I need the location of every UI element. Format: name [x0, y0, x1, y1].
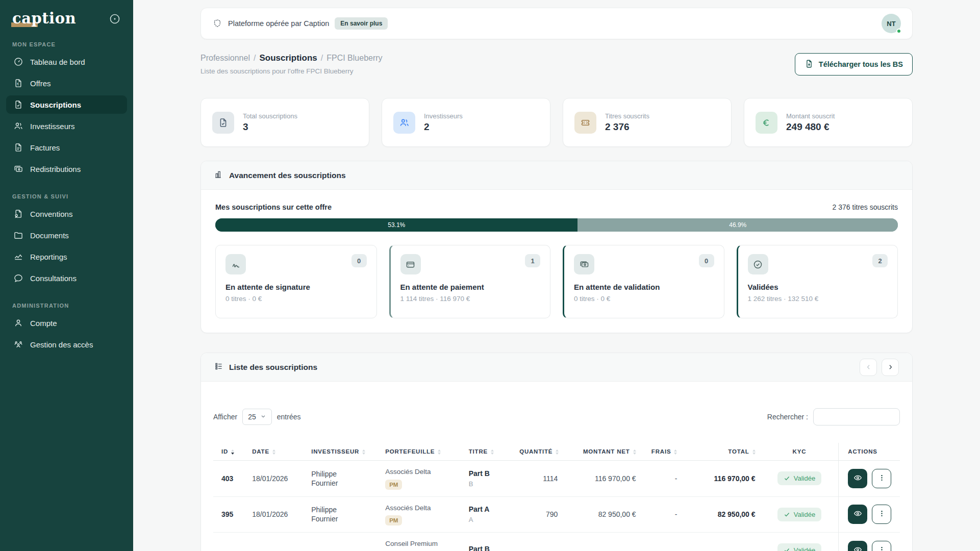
list-section-title: Liste des souscriptions	[229, 363, 317, 372]
status-card-validees[interactable]: 2 Validées 1 262 titres · 132 510 €	[737, 245, 898, 318]
status-card-validation[interactable]: 0 En attente de validation 0 titres · 0 …	[563, 245, 724, 318]
nav-section-gestion-suivi: GESTION & SUIVI	[12, 193, 121, 199]
sidebar-item-consultations[interactable]: Consultations	[6, 269, 127, 287]
kebab-icon	[877, 509, 887, 520]
stat-montant-souscrit: Montant souscrit 249 480 €	[744, 98, 913, 147]
user-avatar[interactable]: NT	[882, 14, 901, 33]
kyc-status-badge: Validée	[777, 543, 821, 551]
search-label: Rechercher :	[767, 413, 808, 421]
sidebar-item-souscriptions[interactable]: Souscriptions	[6, 95, 127, 114]
caption-logo: caption	[12, 11, 76, 26]
platform-message: Plateforme opérée par Caption	[228, 19, 329, 28]
chat-icon	[13, 273, 23, 284]
column-header-id[interactable]: ID	[213, 443, 247, 461]
sidebar-item-label: Gestion des accès	[30, 340, 93, 349]
column-header-date[interactable]: DATE	[247, 443, 306, 461]
status-count-badge: 2	[872, 254, 888, 267]
pagination-next-button[interactable]	[882, 359, 899, 376]
breadcrumb: Professionnel/Souscriptions/FPCI Blueber…	[200, 53, 383, 63]
page-size-select[interactable]: 25	[242, 409, 272, 425]
row-menu-button[interactable]	[872, 469, 891, 488]
breadcrumb-fpci-blueberry[interactable]: FPCI Blueberry	[326, 54, 382, 62]
sidebar-item-investisseurs[interactable]: Investisseurs	[6, 117, 127, 135]
table-header-row: ID DATE INVESTISSEUR PORTEFEUILLE TITRE …	[213, 443, 900, 461]
list-section: Liste des souscriptions Afficher 25	[200, 353, 913, 551]
column-header-frais[interactable]: FRAIS	[641, 443, 683, 461]
sidebar-item-label: Redistributions	[30, 165, 81, 173]
status-count-badge: 0	[351, 254, 367, 267]
pagination-prev-button[interactable]	[860, 359, 877, 376]
portfolio-tag: PM	[385, 480, 402, 490]
eye-icon	[853, 509, 863, 520]
online-status-dot	[896, 29, 901, 34]
portfolio-tag: PM	[385, 515, 402, 525]
sidebar-item-factures[interactable]: Factures	[6, 138, 127, 157]
column-header-investisseur[interactable]: INVESTISSEUR	[306, 443, 380, 461]
entries-label: entrées	[277, 413, 301, 421]
breadcrumb-professionnel[interactable]: Professionnel	[200, 54, 250, 62]
column-header-montant-net[interactable]: MONTANT NET	[563, 443, 641, 461]
document-seal-icon	[13, 209, 23, 219]
stat-value: 3	[243, 121, 297, 133]
chart-icon	[13, 252, 23, 262]
status-count-badge: 1	[525, 254, 540, 267]
sidebar-item-label: Documents	[30, 231, 69, 240]
sidebar-item-label: Consultations	[30, 274, 77, 283]
stat-value: 249 480 €	[786, 121, 835, 133]
sidebar-item-redistributions[interactable]: Redistributions	[6, 160, 127, 178]
svg-text:€: €	[17, 82, 19, 86]
kyc-status-badge: Validée	[777, 471, 821, 485]
bar-chart-icon	[214, 170, 223, 181]
sidebar-item-compte[interactable]: Compte	[6, 314, 127, 332]
stat-total-souscriptions: Total souscriptions 3	[200, 98, 369, 147]
sidebar-item-reportings[interactable]: Reportings	[6, 247, 127, 266]
sidebar-item-documents[interactable]: Documents	[6, 226, 127, 244]
sidebar-item-label: Factures	[30, 143, 60, 152]
column-header-titre[interactable]: TITRE	[464, 443, 514, 461]
view-button[interactable]	[848, 469, 867, 488]
kebab-icon	[877, 473, 887, 484]
view-button[interactable]	[848, 505, 867, 524]
column-header-total[interactable]: TOTAL	[682, 443, 760, 461]
sidebar-item-tableau-de-bord[interactable]: Tableau de bord	[6, 53, 127, 71]
learn-more-badge[interactable]: En savoir plus	[335, 17, 388, 30]
status-card-paiement[interactable]: 1 En attente de paiement 1 114 titres · …	[389, 245, 551, 318]
progress-section: Avancement des souscriptions Mes souscri…	[200, 161, 913, 333]
sidebar-item-conventions[interactable]: Conventions	[6, 205, 127, 223]
column-header-kyc[interactable]: KYC	[761, 443, 839, 461]
kebab-icon	[877, 545, 887, 551]
sidebar-item-label: Offres	[30, 79, 51, 88]
nav-section-administration: ADMINISTRATION	[12, 303, 121, 309]
platform-banner: Plateforme opérée par Caption En savoir …	[200, 8, 913, 39]
shield-icon	[212, 18, 222, 29]
users-icon	[13, 121, 23, 132]
row-menu-button[interactable]	[872, 505, 891, 524]
gauge-icon	[13, 57, 23, 67]
folder-icon	[13, 230, 23, 241]
sidebar-collapse-icon[interactable]	[109, 13, 121, 25]
breadcrumb-souscriptions: Souscriptions	[259, 53, 317, 63]
sidebar-item-offres[interactable]: € Offres	[6, 74, 127, 92]
search-input[interactable]	[813, 408, 900, 425]
row-menu-button[interactable]	[872, 541, 891, 551]
ticket-icon	[574, 112, 596, 134]
users-group-icon	[13, 339, 23, 350]
sidebar-item-gestion-des-acces[interactable]: Gestion des accès	[6, 335, 127, 354]
progress-filled: 53.1%	[215, 218, 577, 232]
kyc-status-badge: Validée	[777, 508, 821, 521]
status-card-signature[interactable]: 0 En attente de signature 0 titres · 0 €	[215, 245, 377, 318]
page-subtitle: Liste des souscriptions pour l'offre FPC…	[200, 67, 383, 75]
invoice-icon	[13, 142, 23, 153]
banknotes-icon	[574, 254, 594, 274]
subscriptions-table: ID DATE INVESTISSEUR PORTEFEUILLE TITRE …	[213, 443, 900, 551]
euro-icon	[756, 112, 777, 134]
column-header-portefeuille[interactable]: PORTEFEUILLE	[380, 443, 464, 461]
cards-coin-icon	[13, 164, 23, 174]
list-icon	[214, 362, 223, 373]
download-file-icon	[805, 59, 814, 70]
show-label: Afficher	[213, 413, 237, 421]
column-header-quantite[interactable]: QUANTITÉ	[514, 443, 563, 461]
view-button[interactable]	[848, 541, 867, 551]
stat-value: 2	[424, 121, 463, 133]
download-all-bs-button[interactable]: Télécharger tous les BS	[795, 53, 913, 76]
